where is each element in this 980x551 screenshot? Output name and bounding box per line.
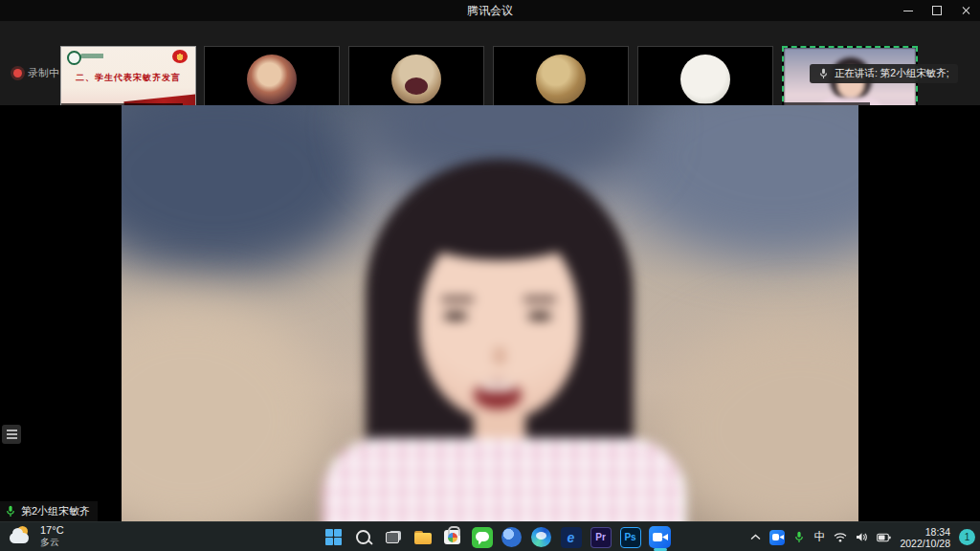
main-video	[122, 105, 858, 521]
weather-temp: 17°C	[40, 524, 64, 537]
premiere-button[interactable]: Pr	[589, 525, 612, 549]
folder-icon	[414, 531, 432, 544]
red-emblem-icon	[172, 50, 188, 63]
speaker-bangs	[409, 193, 590, 260]
slide-title: 二、学生代表宋敏齐发言	[61, 72, 195, 84]
tencent-meeting-button[interactable]	[648, 525, 672, 549]
search-button[interactable]	[351, 525, 375, 549]
speaker-brow	[441, 297, 474, 302]
recording-label: 录制中	[28, 66, 59, 80]
clock[interactable]: 18:34 2022/10/28	[900, 526, 950, 549]
avatar	[391, 55, 441, 104]
wechat-icon	[472, 527, 493, 548]
edge-e-icon: e	[561, 527, 582, 548]
mic-active-icon	[5, 505, 16, 518]
taskbar: 17°C 多云 e Pr Ps	[0, 521, 980, 551]
wechat-button[interactable]	[470, 525, 494, 549]
edge-e-button[interactable]: e	[559, 525, 583, 549]
store-bag-icon	[444, 530, 460, 544]
speaker-brow	[523, 297, 556, 302]
tray-mic-icon[interactable]	[793, 531, 805, 543]
search-icon	[356, 530, 370, 544]
speaker-teeth	[481, 383, 514, 391]
window-title: 腾讯会议	[467, 3, 513, 19]
windows-logo-icon	[325, 529, 343, 546]
mic-icon	[818, 68, 829, 79]
speaker-person	[122, 105, 858, 521]
maximize-icon[interactable]	[923, 0, 951, 21]
ime-indicator[interactable]: 中	[813, 529, 825, 545]
tencent-meeting-icon	[649, 526, 671, 548]
main-stage: 第2小组宋敏齐	[0, 105, 980, 521]
premiere-icon: Pr	[590, 527, 612, 548]
system-tray: 中 18:34 2022/10/28 1	[750, 522, 975, 551]
edge-icon	[531, 527, 551, 547]
edge-button[interactable]	[529, 525, 553, 549]
clock-time: 18:34	[900, 526, 950, 538]
university-name-art	[80, 54, 119, 58]
speaker-eye	[443, 312, 468, 320]
speaking-toast-text: 正在讲话: 第2小组宋敏齐;	[835, 67, 949, 80]
weather-widget[interactable]: 17°C 多云	[8, 524, 64, 548]
recording-dot-icon	[13, 69, 22, 77]
tray-chevron-up-icon[interactable]	[750, 534, 761, 540]
task-view-icon	[386, 531, 401, 543]
wifi-icon[interactable]	[834, 532, 847, 542]
taskbar-apps: e Pr Ps	[322, 525, 672, 549]
start-button[interactable]	[322, 525, 345, 549]
close-icon[interactable]	[951, 0, 980, 21]
avatar	[536, 55, 586, 104]
file-explorer-button[interactable]	[411, 525, 434, 549]
main-speaker-name: 第2小组宋敏齐	[21, 504, 90, 518]
university-logo-icon	[67, 51, 81, 65]
speaker-volume-icon[interactable]	[856, 532, 868, 542]
main-video-nametag: 第2小组宋敏齐	[0, 501, 98, 521]
speaker-shirt	[323, 438, 686, 521]
notification-badge[interactable]: 1	[959, 529, 975, 545]
minimize-icon[interactable]	[894, 0, 923, 21]
speaker-nose	[493, 346, 506, 365]
task-view-button[interactable]	[381, 525, 405, 549]
photoshop-icon: Ps	[620, 527, 641, 548]
participant-strip: 录制中 二、学生代表宋敏齐发言 雨桐的屏幕共享	[0, 21, 980, 105]
tray-tencent-meeting-icon[interactable]	[769, 530, 785, 545]
titlebar: 腾讯会议	[0, 0, 980, 21]
weather-condition: 多云	[40, 537, 64, 548]
desktop: 腾讯会议 录制中 二、学生代表宋敏齐发言	[0, 0, 980, 551]
blue-circle-app-icon	[501, 527, 522, 547]
photoshop-button[interactable]: Ps	[618, 525, 642, 549]
blue-circle-app-button[interactable]	[500, 525, 523, 549]
recording-indicator: 录制中	[13, 66, 59, 80]
avatar	[680, 55, 730, 104]
window-controls	[894, 0, 980, 21]
battery-icon[interactable]	[877, 533, 891, 542]
avatar	[247, 55, 297, 104]
speaker-eye	[527, 312, 552, 320]
speaking-toast: 正在讲话: 第2小组宋敏齐;	[810, 64, 958, 83]
clock-date: 2022/10/28	[900, 538, 950, 549]
store-bag-button[interactable]	[440, 525, 464, 549]
sidebar-toggle-button[interactable]	[2, 425, 21, 444]
weather-cloud-sun-icon	[8, 525, 34, 548]
